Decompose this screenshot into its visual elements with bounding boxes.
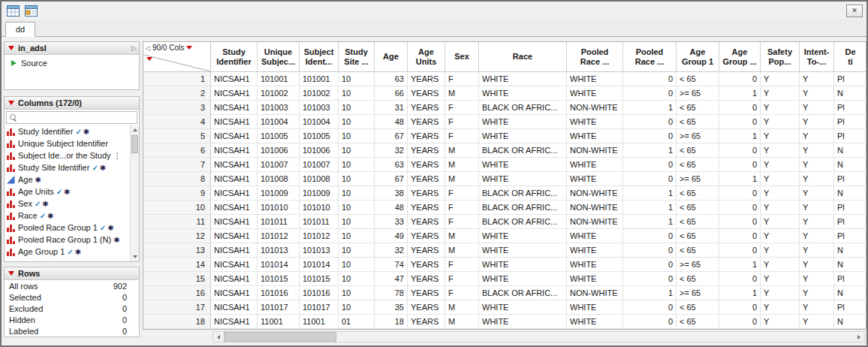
data-cell[interactable]: 0 bbox=[623, 243, 677, 258]
data-cell[interactable]: 101005 bbox=[258, 129, 300, 143]
data-cell[interactable]: 101002 bbox=[300, 86, 339, 101]
data-cell[interactable]: WHITE bbox=[567, 158, 623, 172]
row-number-cell[interactable]: 15 bbox=[143, 272, 211, 286]
data-cell[interactable]: Y bbox=[761, 143, 800, 158]
row-number-cell[interactable]: 18 bbox=[143, 315, 211, 329]
column-header[interactable]: Pooled Race ... bbox=[567, 42, 623, 71]
data-cell[interactable]: < 65 bbox=[677, 158, 719, 172]
red-triangle-menu-icon[interactable] bbox=[7, 44, 16, 53]
data-cell[interactable]: NON-WHITE bbox=[567, 286, 623, 300]
data-cell[interactable]: BLACK OR AFRIC... bbox=[479, 143, 567, 158]
data-table-icon[interactable] bbox=[5, 4, 21, 18]
data-cell[interactable]: Pl bbox=[834, 172, 866, 186]
data-cell[interactable]: 0 bbox=[719, 315, 761, 329]
data-cell[interactable]: YEARS bbox=[408, 300, 445, 315]
data-cell[interactable]: 67 bbox=[375, 172, 408, 186]
data-cell[interactable]: WHITE bbox=[567, 115, 623, 129]
data-cell[interactable]: 101003 bbox=[258, 101, 300, 115]
data-cell[interactable]: 101012 bbox=[258, 229, 300, 243]
data-cell[interactable]: 78 bbox=[375, 286, 408, 300]
data-cell[interactable]: Y bbox=[800, 315, 834, 329]
data-cell[interactable]: 0 bbox=[623, 172, 677, 186]
data-cell[interactable]: 0 bbox=[623, 129, 677, 143]
row-number-cell[interactable]: 4 bbox=[143, 115, 211, 129]
data-cell[interactable]: Y bbox=[800, 101, 834, 115]
close-button[interactable]: ✕ bbox=[846, 5, 863, 17]
data-cell[interactable]: Y bbox=[761, 186, 800, 201]
rows-stat-row[interactable]: Labeled0 bbox=[5, 325, 139, 336]
row-number-cell[interactable]: 9 bbox=[143, 186, 211, 201]
data-cell[interactable]: M bbox=[445, 143, 479, 158]
data-cell[interactable]: WHITE bbox=[567, 272, 623, 286]
data-cell[interactable]: 48 bbox=[375, 201, 408, 215]
column-header[interactable]: Age Units bbox=[408, 42, 445, 71]
data-cell[interactable]: Y bbox=[761, 101, 800, 115]
data-cell[interactable]: 10 bbox=[339, 172, 375, 186]
data-cell[interactable]: 101017 bbox=[258, 300, 300, 315]
data-cell[interactable]: 10 bbox=[339, 143, 375, 158]
data-cell[interactable]: Y bbox=[761, 115, 800, 129]
data-cell[interactable]: WHITE bbox=[479, 315, 567, 329]
column-search-input[interactable] bbox=[20, 113, 134, 122]
data-cell[interactable]: F bbox=[445, 186, 479, 201]
data-cell[interactable]: M bbox=[445, 300, 479, 315]
column-header[interactable]: Age Group ... bbox=[719, 42, 761, 71]
data-cell[interactable]: Y bbox=[761, 129, 800, 143]
red-triangle-menu-icon[interactable] bbox=[7, 99, 16, 107]
data-cell[interactable]: 101010 bbox=[300, 201, 339, 215]
data-cell[interactable]: < 65 bbox=[677, 272, 719, 286]
data-cell[interactable]: 101014 bbox=[258, 258, 300, 272]
data-cell[interactable]: 101008 bbox=[258, 172, 300, 186]
data-cell[interactable]: 32 bbox=[375, 143, 408, 158]
rows-stat-row[interactable]: Selected0 bbox=[5, 291, 139, 303]
data-cell[interactable]: WHITE bbox=[479, 229, 567, 243]
data-cell[interactable]: 0 bbox=[719, 158, 761, 172]
data-cell[interactable]: Y bbox=[761, 201, 800, 215]
data-cell[interactable]: 101013 bbox=[300, 243, 339, 258]
data-cell[interactable]: 101001 bbox=[258, 72, 300, 86]
data-cell[interactable]: BLACK OR AFRIC... bbox=[479, 101, 567, 115]
data-cell[interactable]: Pl bbox=[834, 215, 866, 229]
data-cell[interactable]: 101009 bbox=[300, 186, 339, 201]
data-cell[interactable]: M bbox=[445, 315, 479, 329]
data-cell[interactable]: WHITE bbox=[479, 243, 567, 258]
data-cell[interactable]: 63 bbox=[375, 72, 408, 86]
data-cell[interactable]: Y bbox=[800, 115, 834, 129]
data-cell[interactable]: WHITE bbox=[479, 172, 567, 186]
data-cell[interactable]: 1 bbox=[623, 201, 677, 215]
data-cell[interactable]: 1 bbox=[719, 172, 761, 186]
data-cell[interactable]: 10 bbox=[339, 115, 375, 129]
data-cell[interactable]: 31 bbox=[375, 101, 408, 115]
data-cell[interactable]: NICSAH1 bbox=[211, 229, 258, 243]
data-cell[interactable]: 101001 bbox=[300, 72, 339, 86]
data-cell[interactable]: Y bbox=[800, 229, 834, 243]
data-cell[interactable]: YEARS bbox=[408, 101, 445, 115]
data-cell[interactable]: 10 bbox=[339, 258, 375, 272]
source-script-item[interactable]: Source bbox=[5, 57, 139, 69]
column-list-item[interactable]: Sex✓✱ bbox=[5, 198, 129, 210]
data-cell[interactable]: < 65 bbox=[677, 229, 719, 243]
data-cell[interactable]: WHITE bbox=[567, 258, 623, 272]
data-cell[interactable]: Y bbox=[800, 300, 834, 315]
data-cell[interactable]: Y bbox=[761, 215, 800, 229]
data-cell[interactable]: F bbox=[445, 258, 479, 272]
column-header[interactable]: Study Identifier bbox=[211, 42, 258, 71]
data-cell[interactable]: F bbox=[445, 272, 479, 286]
column-list-item[interactable]: Race✓✱ bbox=[5, 210, 129, 222]
data-cell[interactable]: 0 bbox=[719, 72, 761, 86]
horizontal-scrollbar-thumb[interactable] bbox=[224, 332, 336, 342]
data-cell[interactable]: YEARS bbox=[408, 129, 445, 143]
data-cell[interactable]: Y bbox=[800, 258, 834, 272]
row-number-cell[interactable]: 11 bbox=[143, 215, 211, 229]
row-number-cell[interactable]: 8 bbox=[143, 172, 211, 186]
data-cell[interactable]: YEARS bbox=[408, 72, 445, 86]
data-cell[interactable]: 0 bbox=[623, 272, 677, 286]
data-cell[interactable]: WHITE bbox=[567, 86, 623, 101]
data-cell[interactable]: 0 bbox=[719, 215, 761, 229]
data-cell[interactable]: YEARS bbox=[408, 315, 445, 329]
data-cell[interactable]: 01 bbox=[339, 315, 375, 329]
data-cell[interactable]: NICSAH1 bbox=[211, 215, 258, 229]
data-cell[interactable]: 10 bbox=[339, 286, 375, 300]
data-cell[interactable]: < 65 bbox=[677, 201, 719, 215]
data-cell[interactable]: WHITE bbox=[479, 129, 567, 143]
